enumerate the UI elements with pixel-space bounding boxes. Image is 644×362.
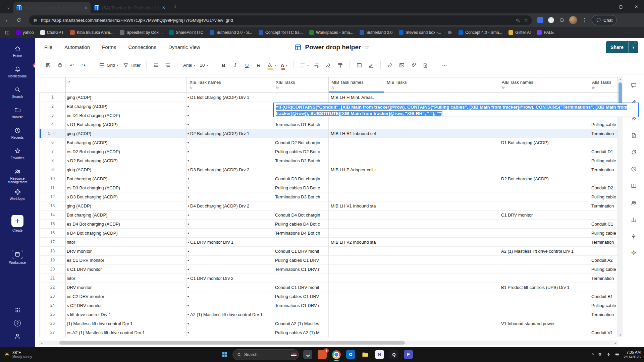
- menu-forms[interactable]: Forms: [102, 44, 116, 50]
- grid-cell[interactable]: [329, 319, 384, 328]
- grid-cell[interactable]: [384, 301, 499, 310]
- refresh-button[interactable]: [16, 17, 25, 23]
- extensions-puzzle-icon[interactable]: [559, 17, 565, 23]
- grid-cell[interactable]: [384, 292, 499, 301]
- grid-cell[interactable]: ◄: [187, 328, 273, 337]
- grid-cell[interactable]: s C2 DRV monitor: [66, 301, 187, 310]
- sidebar-item-home[interactable]: Home: [0, 45, 35, 66]
- grid-cell[interactable]: Bot charging (ACDP): [66, 102, 187, 111]
- bookmark-item[interactable]: Kiba Inuzuka Anim...: [70, 30, 113, 35]
- menu-file[interactable]: File: [44, 44, 52, 50]
- grid-cell[interactable]: A2 (1) Mastless lift drive control Drv 1: [499, 247, 589, 256]
- activity-log-icon[interactable]: [631, 166, 637, 172]
- grid-cell[interactable]: Conduit D1: [589, 147, 618, 156]
- grid-cell[interactable]: s D4 Bot charging (ACDP): [66, 229, 187, 238]
- grid-cell[interactable]: Conduit C1: [589, 220, 618, 229]
- grid-cell[interactable]: [384, 192, 499, 201]
- grid-cell[interactable]: [499, 165, 589, 174]
- formula-editor[interactable]: =IF(OR(CONTAINS("Conduit", [XIB Main fro…: [273, 103, 639, 117]
- zoom-icon[interactable]: [516, 18, 521, 23]
- grid-cell[interactable]: Termination: [589, 165, 618, 174]
- grid-cell[interactable]: [384, 238, 499, 247]
- grid-cell[interactable]: Pulling cable: [589, 229, 618, 238]
- grid-cell[interactable]: ◄D1 Bot charging (ACDP) Drv 1: [187, 93, 273, 102]
- grid-cell[interactable]: [499, 292, 589, 301]
- row-number[interactable]: 19: [39, 256, 66, 265]
- sidebar-item-search[interactable]: Search: [0, 86, 35, 107]
- grid-cell[interactable]: Bot charging (ACDP): [66, 210, 187, 220]
- grid-cell[interactable]: Termination: [589, 238, 618, 247]
- row-drag-handle[interactable]: ⋮⋮: [52, 132, 57, 135]
- grid-cell[interactable]: [329, 147, 384, 156]
- grid-cell[interactable]: Pulling cables C1 DRV: [273, 256, 329, 265]
- grid-cell[interactable]: MIB LH H Mint. Areas,: [329, 93, 384, 102]
- update-requests-icon[interactable]: [631, 149, 637, 156]
- grid-cell[interactable]: [499, 201, 589, 210]
- view-grid-button[interactable]: Grid▾: [97, 60, 120, 71]
- grid-cell[interactable]: [384, 93, 499, 102]
- grid-cell[interactable]: [329, 183, 384, 192]
- grid-cell[interactable]: ◄A2 (1) Mastless lift drive control Drv …: [187, 310, 273, 319]
- undo-button[interactable]: ↶: [66, 60, 77, 71]
- row-number[interactable]: 22: [39, 283, 66, 292]
- row-number[interactable]: 10: [39, 174, 66, 183]
- tray-chevron-icon[interactable]: ^: [592, 353, 594, 357]
- grid-cell[interactable]: [499, 129, 589, 138]
- grid-cell[interactable]: [589, 174, 618, 183]
- grid-cell[interactable]: Pulling cables C1 DRV: [273, 292, 329, 301]
- grid-cell[interactable]: [384, 165, 499, 174]
- row-number[interactable]: 17: [39, 238, 66, 247]
- bookmark-item[interactable]: Sutherland 2.0: [360, 30, 392, 35]
- account-icon[interactable]: [14, 333, 21, 340]
- scroll-right-arrow[interactable]: ►: [613, 341, 618, 345]
- card-view-button[interactable]: [354, 60, 365, 71]
- sidebar-item-favorites[interactable]: Favorites: [0, 147, 35, 168]
- summary-icon[interactable]: [631, 183, 637, 189]
- grid-cell[interactable]: ◄D4 Bot charging (ACDP) Drv 2: [187, 201, 273, 210]
- battery-icon[interactable]: [615, 352, 620, 357]
- tab-close-icon[interactable]: ✕: [84, 5, 88, 10]
- grid-cell[interactable]: ◄: [187, 102, 273, 111]
- grid-cell[interactable]: es D1 Bot charging (ACDP): [66, 111, 187, 120]
- grid-cell[interactable]: ◄C1 DRV monitor Drv 2: [187, 274, 273, 283]
- save-button[interactable]: [43, 60, 54, 71]
- grid-cell[interactable]: [384, 129, 499, 138]
- grid-cell[interactable]: MIB LH V2 Inbound sta: [329, 238, 384, 247]
- plus-icon[interactable]: [11, 215, 23, 227]
- grid-cell[interactable]: [589, 138, 618, 147]
- row-number[interactable]: 14: [39, 210, 66, 220]
- grid-cell[interactable]: [499, 265, 589, 274]
- row-number[interactable]: 21: [39, 274, 66, 283]
- grid-cell[interactable]: Conduit B1: [589, 292, 618, 301]
- grid-cell[interactable]: D1 Bot charging (ACDP): [499, 138, 589, 147]
- grid-cell[interactable]: ◄D3 Bot charging (ACDP) Drv 2: [187, 165, 273, 174]
- insert-image-button[interactable]: [396, 60, 407, 71]
- italic-button[interactable]: I: [230, 60, 240, 71]
- minimize-button[interactable]: —: [598, 0, 613, 13]
- grid-cell[interactable]: [384, 174, 499, 183]
- bookmark-item[interactable]: Speedtest by Ookl...: [120, 30, 163, 35]
- grid-cell[interactable]: ◄: [187, 192, 273, 201]
- grid-cell[interactable]: Pulling cable: [589, 301, 618, 310]
- sidebar-item-notifications[interactable]: 54Notifications: [0, 66, 35, 86]
- close-button[interactable]: ✕: [629, 0, 644, 13]
- grid-cell[interactable]: Pulling cable: [589, 156, 618, 165]
- grid-cell[interactable]: [499, 220, 589, 229]
- row-number[interactable]: 3: [39, 111, 66, 120]
- grid-cell[interactable]: Pulling cables D4 Bot c: [273, 220, 329, 229]
- tab-close-icon[interactable]: ✕: [162, 5, 165, 10]
- bookmark-item[interactable]: yahoo: [16, 30, 34, 35]
- grid-cell[interactable]: ging (ACDP): [66, 201, 187, 210]
- grid-cell[interactable]: Pulling cables D2 Bot c: [273, 147, 329, 156]
- grid-cell[interactable]: [499, 256, 589, 265]
- bookmark-item[interactable]: Steves sand box -...: [399, 30, 441, 35]
- grid-cell[interactable]: Pulling cable: [589, 192, 618, 201]
- grid-cell[interactable]: Conduit D3 Bot chargin: [273, 174, 329, 183]
- apps-grid-icon[interactable]: [14, 307, 21, 313]
- grid-cell[interactable]: [499, 120, 589, 129]
- grid-cell[interactable]: ◄: [187, 283, 273, 292]
- column-header-aib-tasks[interactable]: AIB Tasksfx: [589, 77, 618, 93]
- grid-cell[interactable]: [384, 229, 499, 238]
- grid-cell[interactable]: Termination: [589, 201, 618, 210]
- grid-cell[interactable]: C1 DRV monitor: [499, 210, 589, 220]
